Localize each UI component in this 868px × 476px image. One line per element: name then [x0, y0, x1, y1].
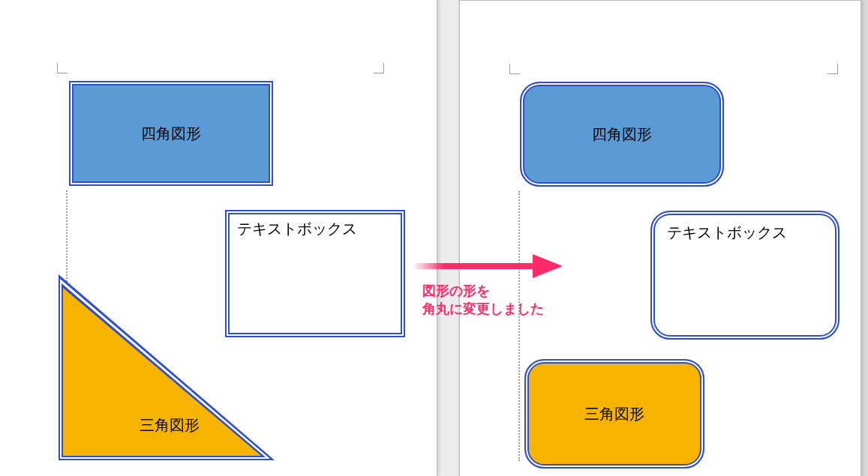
rectangle-shape[interactable]: 四角図形: [69, 81, 273, 186]
margin-mark-top-left-icon: [509, 64, 520, 74]
textbox-shape-rounded[interactable]: テキストボックス: [650, 211, 839, 340]
page-after: 四角図形 テキストボックス 三角図形: [459, 0, 861, 476]
page-before: 四角図形 テキストボックス 三角図形: [0, 0, 437, 476]
rectangle-shape-label: 四角図形: [592, 124, 652, 145]
margin-mark-top-right-icon: [374, 63, 384, 73]
textbox-shape-label: テキストボックス: [237, 219, 357, 239]
rectangle-shape-rounded[interactable]: 四角図形: [520, 82, 724, 187]
triangle-shape[interactable]: 三角図形: [57, 273, 276, 462]
textbox-shape-label: テキストボックス: [667, 223, 787, 243]
annotation-caption: 図形の形を 角丸に変更しました: [422, 282, 544, 319]
triangle-shape-label: 三角図形: [584, 404, 644, 424]
triangle-shape-label: 三角図形: [140, 415, 200, 436]
triangle-shape-rounded[interactable]: 三角図形: [524, 359, 704, 469]
margin-mark-top-left-icon: [57, 63, 68, 73]
rectangle-shape-label: 四角図形: [141, 124, 201, 144]
margin-mark-top-right-icon: [827, 64, 838, 74]
anchor-dots-icon: [518, 191, 521, 461]
